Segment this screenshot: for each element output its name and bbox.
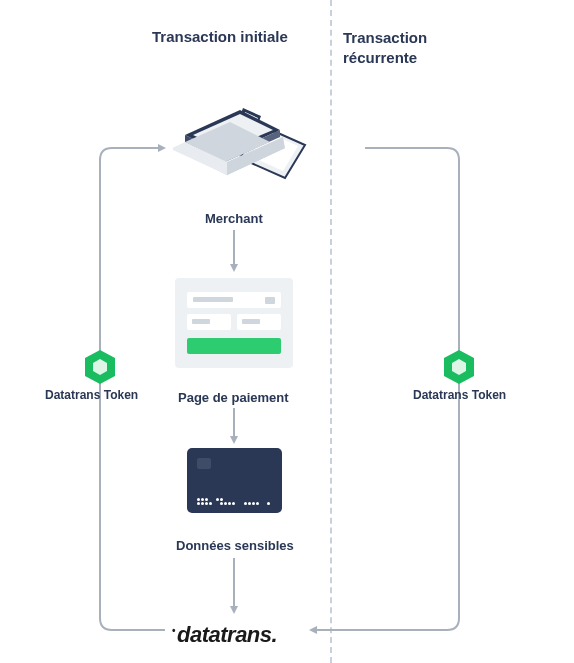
datatrans-logo: datatrans. <box>172 622 277 648</box>
svg-marker-4 <box>309 626 317 634</box>
diagram-container: Transaction initiale Transaction récurre… <box>0 0 574 663</box>
svg-marker-2 <box>230 436 238 444</box>
credit-card-icon <box>187 448 282 513</box>
title-initial-transaction: Transaction initiale <box>152 28 288 45</box>
payment-form-icon <box>175 278 293 368</box>
token-hex-left-icon <box>84 349 116 385</box>
section-divider <box>330 0 332 663</box>
token-hex-right-icon <box>443 349 475 385</box>
svg-marker-1 <box>230 264 238 272</box>
svg-marker-3 <box>230 606 238 614</box>
token-label-left: Datatrans Token <box>45 388 138 402</box>
sensitive-data-label: Données sensibles <box>176 538 294 553</box>
merchant-devices-icon <box>165 90 315 205</box>
token-label-right: Datatrans Token <box>413 388 506 402</box>
title-recurring-transaction: Transaction récurrente <box>343 28 463 67</box>
merchant-label: Merchant <box>205 211 263 226</box>
payment-page-label: Page de paiement <box>178 390 289 405</box>
